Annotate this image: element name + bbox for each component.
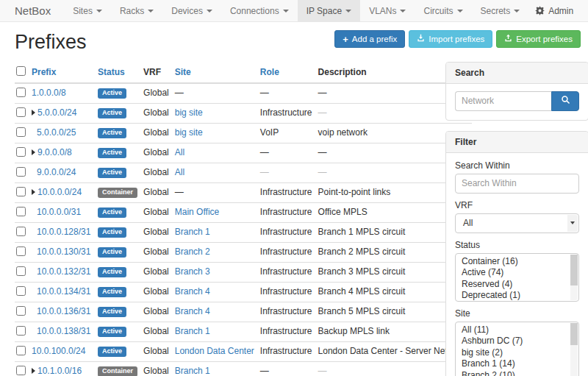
table-row: 10.0.0.132/31ActiveGlobalBranch 3Infrast…: [15, 262, 472, 282]
listbox-option[interactable]: big site (2): [456, 347, 570, 359]
listbox-option[interactable]: Reserved (4): [456, 279, 570, 291]
search-input[interactable]: [455, 91, 551, 111]
import-prefixes-button[interactable]: Import prefixes: [409, 30, 492, 48]
column-header-prefix[interactable]: Prefix: [32, 67, 56, 77]
row-checkbox[interactable]: [16, 167, 26, 177]
prefix-link[interactable]: 10.0.0.138/31: [37, 326, 90, 336]
prefix-link[interactable]: 10.0.0.0/31: [37, 207, 81, 217]
column-header-role[interactable]: Role: [260, 67, 279, 77]
scrollbar-thumb[interactable]: [570, 323, 578, 345]
brand-logo[interactable]: NetBox: [15, 0, 51, 21]
site-link[interactable]: big site: [175, 107, 203, 118]
site-link[interactable]: Branch 1: [175, 366, 210, 376]
row-checkbox[interactable]: [16, 127, 26, 137]
page-header: Prefixes + Add a prefix Import prefixes …: [15, 22, 581, 62]
prefix-link[interactable]: 10.0.0.130/31: [37, 246, 90, 257]
listbox-option[interactable]: Active (74): [456, 267, 570, 279]
vrf-value: Global: [143, 346, 169, 356]
site-link[interactable]: big site: [175, 127, 203, 138]
filter-panel: Filter Search Within VRF All Status Cont…: [445, 131, 588, 376]
nav-item-devices[interactable]: Devices: [162, 0, 221, 21]
select-all-checkbox[interactable]: [16, 66, 26, 76]
nav-item-ip-space[interactable]: IP Space: [298, 0, 360, 21]
column-header-site[interactable]: Site: [175, 67, 191, 77]
vrf-value: Global: [143, 366, 169, 376]
row-checkbox[interactable]: [16, 346, 26, 355]
nav-item-sites[interactable]: Sites: [64, 0, 111, 21]
export-prefixes-button[interactable]: Export prefixes: [496, 30, 581, 48]
prefix-link[interactable]: 10.0.0.134/31: [37, 286, 90, 297]
role-value: Infrastructure: [260, 246, 312, 257]
row-checkbox[interactable]: [16, 88, 26, 97]
site-link[interactable]: Branch 2: [175, 246, 210, 257]
site-link[interactable]: All: [175, 167, 184, 177]
row-checkbox[interactable]: [16, 107, 26, 117]
row-checkbox[interactable]: [16, 246, 26, 256]
listbox-option[interactable]: Branch 1 (14): [456, 358, 570, 370]
row-checkbox[interactable]: [16, 286, 26, 296]
role-value: Infrastructure: [260, 346, 312, 356]
site-link[interactable]: Branch 1: [175, 326, 210, 336]
table-row: 10.0.0.138/31ActiveGlobalBranch 1Infrast…: [15, 322, 472, 341]
search-within-input[interactable]: [455, 174, 579, 194]
row-checkbox[interactable]: [16, 366, 26, 375]
nav-item-connections[interactable]: Connections: [221, 0, 298, 21]
row-checkbox[interactable]: [16, 326, 26, 336]
chevron-down-icon: [514, 10, 520, 13]
prefix-link[interactable]: 5.0.0.0/24: [37, 107, 76, 118]
search-icon: [561, 95, 570, 107]
nav-item-vlans[interactable]: VLANs: [360, 0, 415, 21]
vrf-select[interactable]: All: [455, 213, 579, 233]
prefix-link[interactable]: 9.0.0.0/24: [37, 167, 76, 177]
table-row: 10.0.0.134/31ActiveGlobalBranch 4Infrast…: [15, 282, 472, 302]
row-checkbox[interactable]: [16, 207, 26, 216]
prefix-link[interactable]: 1.0.0.0/8: [32, 88, 66, 98]
status-badge: Active: [98, 108, 126, 118]
listbox-option[interactable]: Ashburn DC (7): [456, 336, 570, 347]
status-badge: Active: [98, 88, 126, 99]
nav-item-profile[interactable]: Profile: [580, 0, 588, 21]
listbox-option[interactable]: Deprecated (1): [456, 290, 570, 302]
row-checkbox[interactable]: [16, 306, 26, 316]
column-header-status[interactable]: Status: [98, 67, 125, 77]
listbox-option[interactable]: All (11): [456, 324, 570, 336]
prefix-link[interactable]: 10.0.0.132/31: [37, 266, 90, 277]
vrf-value: Global: [143, 147, 169, 157]
table-row: 5.0.0.0/24ActiveGlobalbig siteInfrastruc…: [15, 103, 472, 123]
nav-item-racks[interactable]: Racks: [111, 0, 162, 21]
row-checkbox[interactable]: [16, 147, 26, 157]
prefix-link[interactable]: 10.0.0.0/24: [37, 187, 82, 197]
listbox-option[interactable]: Branch 2 (10): [456, 370, 570, 376]
role-value: —: [260, 167, 269, 177]
add-prefix-label: Add a prefix: [352, 34, 397, 44]
site-link[interactable]: Main Office: [175, 207, 219, 217]
chevron-down-icon: [96, 10, 102, 13]
site-link[interactable]: Branch 4: [175, 306, 210, 316]
prefix-link[interactable]: 10.0.100.0/24: [32, 346, 85, 356]
prefix-link[interactable]: 10.0.0.128/31: [37, 227, 90, 237]
prefix-link[interactable]: 9.0.0.0/8: [37, 147, 72, 157]
prefix-link[interactable]: 5.0.0.0/25: [37, 127, 76, 138]
add-prefix-button[interactable]: + Add a prefix: [334, 30, 405, 48]
prefix-link[interactable]: 10.0.0.136/31: [37, 306, 90, 316]
status-badge: Active: [98, 207, 126, 218]
search-button[interactable]: [551, 91, 579, 111]
listbox-option[interactable]: Container (16): [456, 256, 570, 268]
scrollbar-thumb[interactable]: [570, 255, 578, 285]
row-checkbox[interactable]: [16, 187, 26, 196]
prefix-link[interactable]: 10.1.0.0/16: [37, 366, 82, 376]
nav-item-secrets[interactable]: Secrets: [472, 0, 529, 21]
row-checkbox[interactable]: [16, 227, 26, 236]
site-link[interactable]: Branch 4: [175, 286, 210, 297]
site-link[interactable]: Branch 3: [175, 266, 210, 277]
status-badge: Active: [98, 168, 126, 178]
site-link[interactable]: London Data Center: [175, 346, 254, 356]
description-value: voip network: [318, 127, 368, 138]
nav-item-circuits[interactable]: Circuits: [415, 0, 471, 21]
description-value: Branch 1 MPLS circuit: [318, 227, 406, 237]
row-checkbox[interactable]: [16, 266, 26, 276]
site-link[interactable]: Branch 1: [175, 227, 210, 237]
nav-item-admin[interactable]: Admin: [528, 0, 580, 21]
site-link[interactable]: All: [175, 147, 184, 157]
status-badge: Active: [98, 327, 126, 337]
